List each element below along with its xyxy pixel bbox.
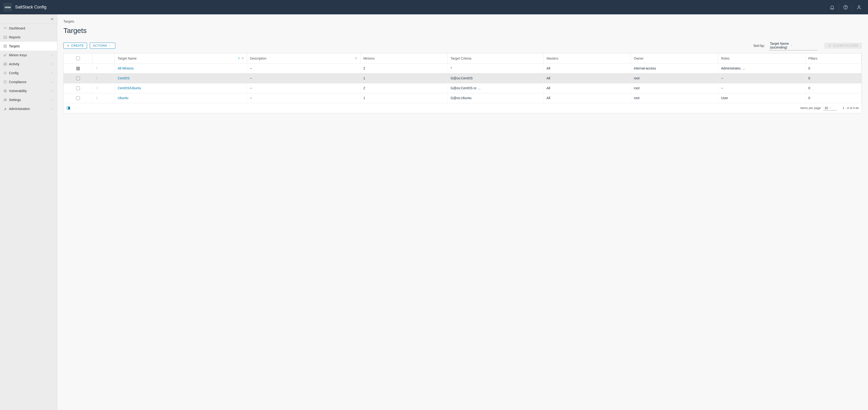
sidebar-item-label: Minion Keys bbox=[9, 53, 51, 57]
table-row[interactable]: CentOS--1G@os:CentOSAllroot--0 bbox=[64, 73, 862, 83]
table-row[interactable]: All Minions--2*Allinternal-accessAdminis… bbox=[64, 63, 862, 73]
svg-point-1 bbox=[845, 8, 846, 8]
row-select[interactable] bbox=[64, 93, 92, 103]
user-menu-button[interactable] bbox=[854, 2, 865, 13]
col-header-masters[interactable]: Masters bbox=[544, 54, 631, 63]
select-value: 20 bbox=[825, 106, 828, 110]
cell-masters: All bbox=[544, 83, 631, 93]
col-header-minions[interactable]: Minions bbox=[360, 54, 447, 63]
svg-rect-6 bbox=[4, 46, 5, 47]
target-name-link[interactable]: All Minions bbox=[118, 66, 134, 70]
chevron-right-icon bbox=[51, 107, 54, 110]
cell-criteria: G@os:Ubuntu bbox=[447, 93, 544, 103]
filter-icon bbox=[828, 44, 832, 47]
col-header-criteria[interactable]: Target Criteria bbox=[447, 54, 544, 63]
toolbar: CREATE ACTIONS Sort by: Target Name (asc… bbox=[63, 41, 862, 50]
filter-icon[interactable] bbox=[241, 57, 244, 60]
row-actions[interactable] bbox=[92, 73, 115, 83]
collapse-sidebar-button[interactable] bbox=[0, 14, 57, 24]
cell-description: -- bbox=[247, 63, 360, 73]
sidebar-item-vulnerability[interactable]: Vulnerability bbox=[0, 87, 57, 95]
col-header-roles[interactable]: Roles bbox=[718, 54, 805, 63]
svg-point-21 bbox=[97, 79, 97, 79]
col-header-description[interactable]: Description bbox=[247, 54, 360, 63]
grid-icon bbox=[3, 44, 7, 48]
row-select[interactable] bbox=[64, 83, 92, 93]
sidebar-item-reports[interactable]: Reports bbox=[0, 33, 57, 42]
row-select[interactable] bbox=[64, 63, 92, 73]
sidebar-item-compliance[interactable]: Compliance bbox=[0, 77, 57, 87]
target-name-link[interactable]: CentOS bbox=[118, 76, 129, 80]
notifications-button[interactable] bbox=[827, 2, 838, 13]
sortby-select[interactable]: Target Name (ascending) bbox=[769, 41, 817, 50]
col-header-owner[interactable]: Owner bbox=[631, 54, 718, 63]
chevron-right-icon bbox=[51, 54, 54, 57]
pagination-range: 1 - 4 of 4 ite bbox=[842, 106, 859, 110]
cell-masters: All bbox=[544, 63, 631, 73]
row-actions[interactable] bbox=[92, 63, 115, 73]
table-footer: Items per page 20 1 - 4 of 4 ite bbox=[64, 103, 862, 113]
help-button[interactable] bbox=[840, 2, 851, 13]
svg-point-11 bbox=[4, 90, 7, 92]
app-title: SaltStack Config bbox=[15, 5, 46, 10]
main-content: Targets Targets CREATE ACTIONS Sort by: … bbox=[57, 14, 868, 410]
sidebar-item-label: Targets bbox=[9, 44, 54, 48]
chevron-down-icon bbox=[790, 44, 811, 47]
sidebar-item-settings[interactable]: Settings bbox=[0, 95, 57, 104]
wrench-icon bbox=[3, 107, 7, 111]
cell-minions: 1 bbox=[360, 73, 447, 83]
header-label: Owner bbox=[634, 57, 644, 60]
clear-filters-button[interactable]: CLEAR FILTERS bbox=[825, 43, 862, 49]
column-picker-button[interactable] bbox=[66, 106, 70, 110]
actions-button[interactable]: ACTIONS bbox=[90, 43, 115, 49]
svg-point-10 bbox=[5, 72, 6, 73]
target-name-link[interactable]: Ubuntu bbox=[118, 96, 128, 100]
table-row[interactable]: Ubuntu--1G@os:UbuntuAllrootUser0 bbox=[64, 93, 862, 103]
svg-point-14 bbox=[5, 99, 6, 100]
svg-point-8 bbox=[4, 55, 5, 56]
svg-point-24 bbox=[97, 89, 97, 89]
target-icon bbox=[3, 89, 7, 93]
create-button[interactable]: CREATE bbox=[63, 43, 87, 49]
sidebar-item-label: Vulnerability bbox=[9, 89, 51, 93]
col-header-target-name[interactable]: Target Name bbox=[115, 54, 247, 63]
target-name-link[interactable]: CentOS/Ubuntu bbox=[118, 86, 141, 90]
svg-point-2 bbox=[858, 5, 860, 7]
sidebar-item-config[interactable]: Config bbox=[0, 69, 57, 77]
items-per-page-select[interactable]: 20 bbox=[823, 106, 837, 110]
button-label: ACTIONS bbox=[93, 44, 107, 47]
svg-rect-3 bbox=[4, 36, 7, 39]
row-select[interactable] bbox=[64, 73, 92, 83]
header-label: Target Criteria bbox=[451, 57, 471, 60]
sidebar-item-administration[interactable]: Administration bbox=[0, 104, 57, 113]
cell-masters: All bbox=[544, 73, 631, 83]
header-label: Target Name bbox=[118, 57, 236, 60]
header-label: Description bbox=[250, 57, 354, 60]
checkbox-icon bbox=[76, 67, 80, 70]
filter-icon[interactable] bbox=[355, 57, 358, 60]
select-all-header[interactable] bbox=[64, 54, 92, 63]
cell-pillars: 0 bbox=[806, 63, 862, 73]
sidebar-item-targets[interactable]: Targets bbox=[0, 42, 57, 50]
svg-point-20 bbox=[97, 78, 97, 78]
cell-description: -- bbox=[247, 83, 360, 93]
sidebar-item-minion-keys[interactable]: Minion Keys bbox=[0, 50, 57, 60]
chevron-right-icon bbox=[51, 72, 54, 74]
sidebar-item-label: Config bbox=[9, 71, 51, 75]
sortby-value: Target Name (ascending) bbox=[770, 42, 790, 49]
row-actions[interactable] bbox=[92, 83, 115, 93]
svg-rect-7 bbox=[5, 46, 7, 47]
gear-icon bbox=[3, 71, 7, 75]
sidebar-item-activity[interactable]: Activity bbox=[0, 60, 57, 69]
col-header-pillars[interactable]: Pillars bbox=[806, 54, 862, 63]
sliders-icon bbox=[3, 98, 7, 102]
chevron-down-icon bbox=[108, 44, 112, 47]
cell-owner: root bbox=[631, 73, 718, 83]
row-actions[interactable] bbox=[92, 93, 115, 103]
cell-description: -- bbox=[247, 93, 360, 103]
table-row[interactable]: CentOS/Ubuntu--2G@os:CentOS or …Allroot-… bbox=[64, 83, 862, 93]
sidebar-item-dashboard[interactable]: Dashboard bbox=[0, 24, 57, 33]
sidebar-item-label: Compliance bbox=[9, 80, 51, 84]
cell-pillars: 0 bbox=[806, 93, 862, 103]
sidebar-item-label: Settings bbox=[9, 98, 51, 102]
